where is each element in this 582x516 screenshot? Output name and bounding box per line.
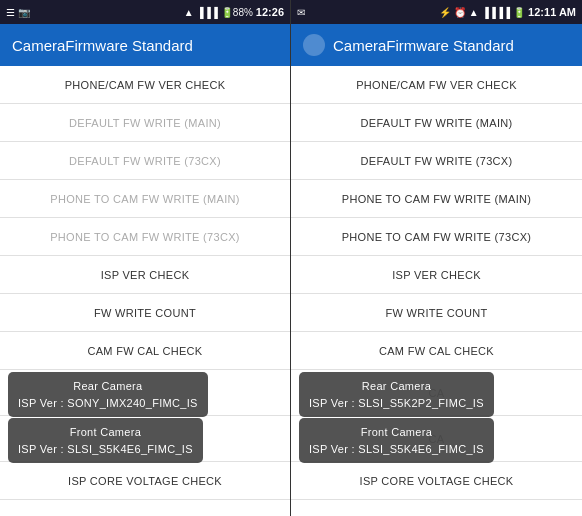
menu-item-background-label: CA [291,433,582,445]
menu-list-right: PHONE/CAM FW VER CHECKDEFAULT FW WRITE (… [291,66,582,516]
status-bar-left: ☰ 📷 ▲ ▐▐▐ 🔋88% 12:26 [0,0,290,24]
menu-item-2[interactable]: DEFAULT FW WRITE (73CX) [291,142,582,180]
status-time: 12:11 AM [528,6,576,18]
status-time: 12:26 [256,6,284,18]
menu-item-5[interactable]: ISP VER CHECK [0,256,290,294]
menu-list-left: PHONE/CAM FW VER CHECKDEFAULT FW WRITE (… [0,66,290,516]
menu-item-tooltip-9[interactable]: Front CameraISP Ver : SLSI_S5K4E6_FIMC_I… [0,416,290,462]
app-title: CameraFirmware Standard [12,37,193,54]
menu-item-5[interactable]: ISP VER CHECK [291,256,582,294]
email-icon: ✉ [297,7,305,18]
tooltip-line-1: ISP Ver : SLSI_S5K4E6_FIMC_IS [18,441,193,458]
status-bar-right: ✉ ⚡ ⏰ ▲ ▐▐▐▐ 🔋 12:11 AM [291,0,582,24]
menu-item-10[interactable]: ISP CORE VOLTAGE CHECK [0,462,290,500]
menu-item-7[interactable]: CAM FW CAL CHECK [0,332,290,370]
menu-item-3[interactable]: PHONE TO CAM FW WRITE (MAIN) [291,180,582,218]
phone-panel-left: ☰ 📷 ▲ ▐▐▐ 🔋88% 12:26 CameraFirmware Stan… [0,0,291,516]
menu-item-10[interactable]: ISP CORE VOLTAGE CHECK [291,462,582,500]
menu-item-4[interactable]: PHONE TO CAM FW WRITE (73CX) [291,218,582,256]
menu-item-tooltip-9[interactable]: CAFront CameraISP Ver : SLSI_S5K4E6_FIMC… [291,416,582,462]
menu-item-2[interactable]: DEFAULT FW WRITE (73CX) [0,142,290,180]
menu-item-1[interactable]: DEFAULT FW WRITE (MAIN) [0,104,290,142]
app-header-left: CameraFirmware Standard [0,24,290,66]
bluetooth-icon: ⚡ [439,7,451,18]
tooltip-popup-9: Front CameraISP Ver : SLSI_S5K4E6_FIMC_I… [8,418,203,463]
menu-item-6[interactable]: FW WRITE COUNT [291,294,582,332]
wifi-icon: ▲ [469,7,479,18]
app-header-right: CameraFirmware Standard [291,24,582,66]
signal-icon: ▐▐▐ [197,7,218,18]
menu-item-0[interactable]: PHONE/CAM FW VER CHECK [291,66,582,104]
menu-item-tooltip-8[interactable]: Rear CameraISP Ver : SONY_IMX240_FIMC_IS [0,370,290,416]
tooltip-popup-8: Rear CameraISP Ver : SONY_IMX240_FIMC_IS [8,372,208,417]
menu-item-6[interactable]: FW WRITE COUNT [0,294,290,332]
tooltip-line-0: Rear Camera [18,378,198,395]
menu-item-background-label: CA [291,387,582,399]
circle-indicator [303,34,325,56]
wifi-icon: ▲ [184,7,194,18]
menu-item-3[interactable]: PHONE TO CAM FW WRITE (MAIN) [0,180,290,218]
tooltip-line-0: Front Camera [18,424,193,441]
tooltip-line-1: ISP Ver : SONY_IMX240_FIMC_IS [18,395,198,412]
status-bar-left: ✉ [297,7,305,18]
app-title: CameraFirmware Standard [333,37,514,54]
phone-panel-right: ✉ ⚡ ⏰ ▲ ▐▐▐▐ 🔋 12:11 AM CameraFirmware S… [291,0,582,516]
status-icon-2: 📷 [18,7,30,18]
battery-icon: 🔋88% [221,7,253,18]
signal-icon: ▐▐▐▐ [482,7,510,18]
menu-item-tooltip-8[interactable]: CARear CameraISP Ver : SLSI_S5K2P2_FIMC_… [291,370,582,416]
menu-item-0[interactable]: PHONE/CAM FW VER CHECK [0,66,290,104]
alarm-icon: ⏰ [454,7,466,18]
status-bar-left: ☰ 📷 [6,7,30,18]
menu-item-7[interactable]: CAM FW CAL CHECK [291,332,582,370]
menu-item-1[interactable]: DEFAULT FW WRITE (MAIN) [291,104,582,142]
menu-item-4[interactable]: PHONE TO CAM FW WRITE (73CX) [0,218,290,256]
status-bar-right: ▲ ▐▐▐ 🔋88% 12:26 [184,6,284,18]
status-bar-right: ⚡ ⏰ ▲ ▐▐▐▐ 🔋 12:11 AM [439,6,576,18]
battery-level: 🔋 [513,7,525,18]
status-icon-1: ☰ [6,7,15,18]
